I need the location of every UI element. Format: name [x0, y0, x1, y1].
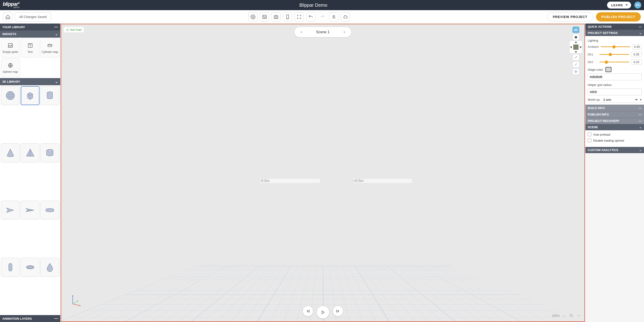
camera-button[interactable]: [272, 12, 281, 22]
world-up-select[interactable]: Z axis: [602, 98, 638, 102]
clock-icon: ◷: [66, 28, 69, 32]
scene-prev-button[interactable]: [296, 27, 306, 37]
publish-info-header[interactable]: PUBLISH INFO—: [585, 111, 644, 118]
disable-spinner-row[interactable]: Disable loading spinner: [588, 139, 642, 142]
3d-library-header[interactable]: 3D LIBRARY⌄: [0, 78, 60, 85]
shape-cylinder[interactable]: [40, 86, 59, 105]
canvas[interactable]: ◷ fast load Scene 1 -0.5m +0.5m 3D: [61, 24, 585, 322]
shape-pyramid[interactable]: [21, 143, 40, 162]
auto-preload-checkbox[interactable]: [588, 133, 591, 136]
view-cube-control[interactable]: [570, 41, 582, 53]
undo-button[interactable]: [306, 12, 315, 22]
axis-label-right: +0.5m: [353, 179, 412, 183]
play-button[interactable]: [317, 306, 329, 318]
shape-drop[interactable]: [40, 258, 59, 277]
zoom-value: 100%: [552, 314, 560, 317]
avatar[interactable]: ZA: [634, 2, 641, 9]
svg-line-21: [73, 301, 78, 304]
zoom-in-button[interactable]: ＋: [576, 312, 582, 318]
custom-analytics-header[interactable]: CUSTOM ANALYTICS⌄: [585, 147, 644, 153]
fast-load-badge: ◷ fast load: [64, 27, 84, 32]
view-cube: 3D: [570, 27, 582, 75]
dir1-value[interactable]: 0.35: [631, 52, 642, 57]
shape-ribbon[interactable]: [40, 201, 59, 220]
widget-text[interactable]: Text: [21, 39, 40, 58]
learn-dropdown[interactable]: LEARN: [607, 2, 631, 9]
svg-point-3: [275, 16, 277, 18]
minus-icon: —: [639, 25, 642, 29]
dir1-label: Dir1: [588, 53, 598, 56]
collapse-button[interactable]: [329, 12, 338, 22]
auto-preload-row[interactable]: Auto preload: [588, 133, 642, 136]
chevron-down-icon: ⌄: [639, 125, 642, 129]
project-settings-header[interactable]: PROJECT SETTINGS⌄: [585, 30, 644, 36]
dir1-slider[interactable]: [600, 54, 629, 55]
dir2-value[interactable]: 0.20: [631, 59, 642, 65]
rewind-button[interactable]: [303, 306, 313, 316]
dir2-slider[interactable]: [600, 62, 629, 62]
grid-radius-input[interactable]: [588, 89, 642, 95]
shape-capsule[interactable]: [1, 258, 20, 277]
save-status: All Changes Saved: [15, 12, 51, 22]
widgets-header[interactable]: WIDGETS⌄: [0, 31, 60, 38]
disable-spinner-checkbox[interactable]: [588, 139, 591, 142]
your-library-header[interactable]: YOUR LIBRARY—: [0, 24, 60, 31]
quick-actions-header[interactable]: QUICK ACTIONS—: [585, 24, 644, 30]
stage-color-input[interactable]: [588, 74, 642, 80]
image-button[interactable]: [260, 12, 269, 22]
settings-button[interactable]: [248, 12, 258, 22]
view-line-button[interactable]: [572, 61, 579, 68]
shape-paper-plane[interactable]: [21, 201, 40, 220]
svg-point-2: [263, 16, 264, 17]
forward-button[interactable]: [333, 306, 343, 316]
fullscreen-button[interactable]: [294, 12, 304, 22]
shape-cone[interactable]: [1, 143, 20, 162]
zoom-control: 100% — ＋: [552, 312, 582, 318]
build-info-header[interactable]: BUILD INFO—: [585, 105, 644, 111]
svg-point-22: [570, 314, 572, 316]
view-home-button[interactable]: [572, 34, 579, 40]
publish-button[interactable]: PUBLISH PROJECT: [596, 12, 641, 22]
widget-sphere-map[interactable]: Sphere map: [1, 59, 20, 77]
home-button[interactable]: [3, 12, 12, 22]
animation-layers-header[interactable]: ANIMATION LAYERS—: [0, 315, 60, 322]
cloud-button[interactable]: [341, 12, 350, 22]
scene-next-button[interactable]: [339, 27, 350, 37]
minus-icon: —: [54, 316, 58, 320]
ambient-value[interactable]: 0.45: [632, 44, 642, 50]
project-recovery-header[interactable]: PROJECT RECOVERY—: [585, 118, 644, 124]
top-bar: blippar® admin Blippar Demo LEARN ZA: [0, 0, 644, 10]
stage-color-label: Stage color:: [588, 68, 604, 71]
view-3d-button[interactable]: 3D: [572, 27, 579, 33]
brand-logo[interactable]: blippar® admin: [3, 2, 20, 9]
shape-sphere[interactable]: [1, 86, 20, 105]
ambient-label: Ambient: [588, 45, 599, 49]
stage-color-swatch[interactable]: [606, 67, 612, 72]
scene-nav: Scene 1: [294, 27, 351, 37]
svg-rect-1: [262, 15, 266, 19]
scene-header[interactable]: SCENE⌄: [585, 124, 644, 130]
shape-disc[interactable]: [21, 258, 40, 277]
view-curve-button[interactable]: [572, 54, 579, 61]
widget-cylinder-map[interactable]: Cylinder map: [40, 39, 59, 58]
project-title: Blippar Demo: [20, 3, 607, 8]
preview-button[interactable]: PREVIEW PROJECT: [547, 12, 593, 22]
zoom-out-button[interactable]: —: [561, 312, 567, 318]
device-button[interactable]: [283, 12, 292, 22]
chevron-down-icon: ⌄: [639, 148, 642, 152]
chevron-down-icon: ⌄: [639, 31, 642, 35]
redo-button[interactable]: [318, 12, 327, 22]
chevron-down-icon: ⌄: [55, 32, 58, 36]
minus-icon: —: [639, 113, 642, 116]
world-up-label: World up:: [588, 98, 600, 101]
minus-icon: —: [639, 119, 642, 123]
transport-controls: [303, 306, 343, 318]
view-move-button[interactable]: [572, 68, 579, 75]
widget-empty-sprite[interactable]: Empty sprite: [1, 39, 20, 58]
left-panel: YOUR LIBRARY— WIDGETS⌄ Empty sprite Text…: [0, 24, 60, 322]
shape-tube[interactable]: [40, 143, 59, 162]
shape-cube[interactable]: [21, 86, 40, 105]
axis-label-left: -0.5m: [260, 179, 320, 183]
ambient-slider[interactable]: [600, 47, 630, 47]
shape-arrow[interactable]: [1, 201, 20, 220]
